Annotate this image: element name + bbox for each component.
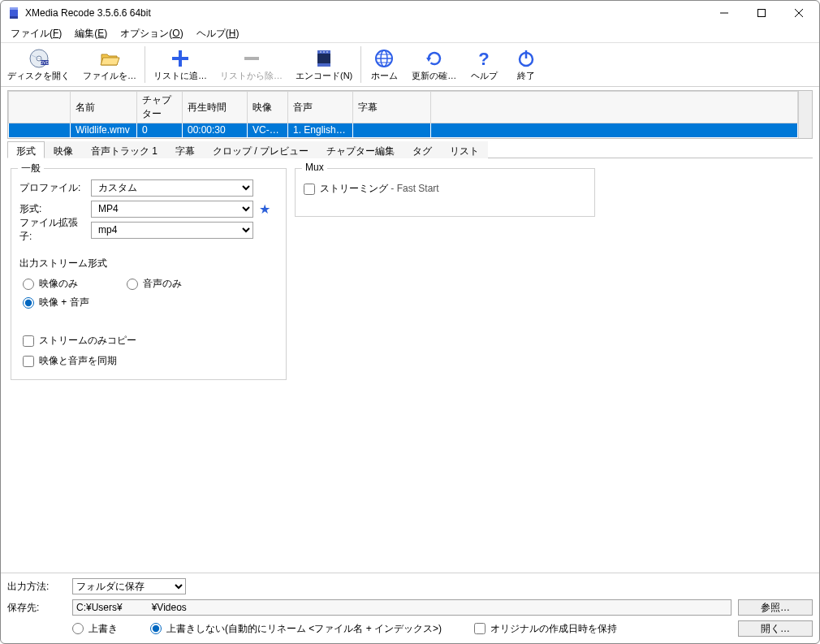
radio-audio-only[interactable]: 音声のみ <box>127 277 182 291</box>
menu-edit[interactable]: 編集(E) <box>68 25 114 42</box>
menubar: ファイル(F) 編集(E) オプション(O) ヘルプ(H) <box>1 25 819 43</box>
minimize-button[interactable] <box>706 1 743 25</box>
legend-mux: Mux <box>302 162 327 173</box>
col-duration[interactable]: 再生時間 <box>183 92 248 123</box>
filelist[interactable]: 名前 チャプター 再生時間 映像 音声 字幕 Wildlife.wmv000:0… <box>7 90 813 139</box>
svg-text:?: ? <box>479 49 490 69</box>
encode-icon <box>313 48 334 69</box>
group-output-stream: 出力ストリーム形式 映像のみ 音声のみ 映像 + 音声 <box>19 252 278 309</box>
toolbar-help[interactable]: ? ヘルプ <box>463 43 505 86</box>
col-chapter[interactable]: チャプター <box>137 92 183 123</box>
tab-video[interactable]: 映像 <box>45 141 82 158</box>
toolbar-encode-label: エンコード(N) <box>296 70 352 82</box>
tab-audio[interactable]: 音声トラック 1 <box>82 141 166 158</box>
col-video[interactable]: 映像 <box>248 92 288 123</box>
input-dest[interactable] <box>72 599 732 616</box>
toolbar-encode[interactable]: エンコード(N) <box>289 43 359 86</box>
tab-tag[interactable]: タグ <box>404 141 441 158</box>
minus-icon <box>241 48 262 69</box>
group-general: 一般 プロファイル: カスタム 形式: MP4 ★ ファイル拡張子: mp4 出… <box>11 168 287 380</box>
toolbar-remove-list: リストから除… <box>214 43 289 86</box>
plus-icon <box>170 48 191 69</box>
select-format[interactable]: MP4 <box>91 201 253 218</box>
favorite-star-icon[interactable]: ★ <box>257 201 273 217</box>
app-icon <box>7 6 20 19</box>
legend-outstream: 出力ストリーム形式 <box>19 257 278 270</box>
select-ext[interactable]: mp4 <box>91 222 253 239</box>
col-name[interactable]: 名前 <box>71 92 137 123</box>
label-output-method: 出力方法: <box>7 580 66 594</box>
tab-list[interactable]: リスト <box>441 141 488 158</box>
titlebar: XMedia Recode 3.5.6.6 64bit <box>1 1 819 25</box>
toolbar-exit[interactable]: 終了 <box>505 43 547 86</box>
radio-no-overwrite[interactable]: 上書きしない(自動的にリネーム <ファイル名 + インデックス>) <box>150 622 442 636</box>
power-icon <box>516 48 537 69</box>
tab-format[interactable]: 形式 <box>7 141 45 158</box>
svg-rect-12 <box>172 57 188 60</box>
close-button[interactable] <box>780 1 818 25</box>
toolbar: DVD ディスクを開く ファイルを… リストに追… リストから除… エンコード(… <box>1 43 819 87</box>
select-output-method[interactable]: フォルダに保存 <box>72 578 186 594</box>
format-panel: 一般 プロファイル: カスタム 形式: MP4 ★ ファイル拡張子: mp4 出… <box>1 158 819 573</box>
svg-rect-16 <box>317 63 330 67</box>
check-sync-av[interactable]: 映像と音声を同期 <box>23 354 278 368</box>
window-title: XMedia Recode 3.5.6.6 64bit <box>25 7 151 19</box>
button-browse[interactable]: 参照… <box>738 599 813 616</box>
bottom-bar: 出力方法: フォルダに保存 保存先: 参照… 上書き 上書きしない(自動的にリネ… <box>1 573 819 643</box>
disc-icon: DVD <box>28 48 50 69</box>
svg-rect-2 <box>10 16 18 19</box>
col-audio[interactable]: 音声 <box>288 92 353 123</box>
svg-marker-25 <box>426 58 431 62</box>
label-profile: プロファイル: <box>19 181 88 195</box>
svg-point-17 <box>320 51 322 53</box>
filelist-header: 名前 チャプター 再生時間 映像 音声 字幕 <box>9 92 798 123</box>
globe-icon <box>373 48 395 69</box>
maximize-button[interactable] <box>743 1 780 25</box>
radio-overwrite[interactable]: 上書き <box>72 622 118 636</box>
filelist-scrollbar[interactable] <box>798 91 812 138</box>
toolbar-open-disc[interactable]: DVD ディスクを開く <box>1 43 76 86</box>
refresh-icon <box>424 48 445 69</box>
label-dest: 保存先: <box>7 601 66 615</box>
menu-file[interactable]: ファイル(F) <box>4 25 68 42</box>
group-mux: Mux ストリーミング - Fast Start <box>295 168 595 217</box>
toolbar-update[interactable]: 更新の確… <box>405 43 463 86</box>
check-streaming[interactable]: ストリーミング - Fast Start <box>304 182 586 196</box>
tabs: 形式 映像 音声トラック 1 字幕 クロップ / プレビュー チャプター編集 タ… <box>7 140 813 158</box>
check-stream-copy[interactable]: ストリームのみコピー <box>23 334 278 348</box>
tab-subtitle[interactable]: 字幕 <box>166 141 204 158</box>
col-subtitle[interactable]: 字幕 <box>353 92 431 123</box>
svg-rect-4 <box>758 10 766 17</box>
radio-video-audio[interactable]: 映像 + 音声 <box>23 296 89 309</box>
toolbar-add-list[interactable]: リストに追… <box>147 43 214 86</box>
select-profile[interactable]: カスタム <box>91 179 253 197</box>
table-row[interactable]: french_pol…000:03:07H.26…1. Unknow… <box>9 137 798 140</box>
folder-open-icon <box>99 48 120 69</box>
label-format: 形式: <box>19 202 88 216</box>
toolbar-home[interactable]: ホーム <box>363 43 405 86</box>
legend-general: 一般 <box>18 162 44 175</box>
check-keep-date[interactable]: オリジナルの作成日時を保持 <box>474 622 617 636</box>
tab-chapter[interactable]: チャプター編集 <box>317 141 404 158</box>
svg-point-19 <box>326 51 328 53</box>
svg-rect-13 <box>244 57 259 60</box>
svg-rect-1 <box>10 7 18 10</box>
radio-video-only[interactable]: 映像のみ <box>23 277 78 291</box>
svg-point-18 <box>323 51 325 53</box>
toolbar-open-file[interactable]: ファイルを… <box>76 43 143 86</box>
svg-text:DVD: DVD <box>40 60 49 65</box>
menu-help[interactable]: ヘルプ(H) <box>190 25 246 42</box>
tab-crop[interactable]: クロップ / プレビュー <box>204 141 317 158</box>
help-icon: ? <box>473 48 494 69</box>
button-open[interactable]: 開く… <box>738 620 813 637</box>
table-row[interactable]: Wildlife.wmv000:00:30VC-1 …1. English … <box>9 123 798 137</box>
menu-options[interactable]: オプション(O) <box>114 25 189 42</box>
label-ext: ファイル拡張子: <box>19 216 88 244</box>
